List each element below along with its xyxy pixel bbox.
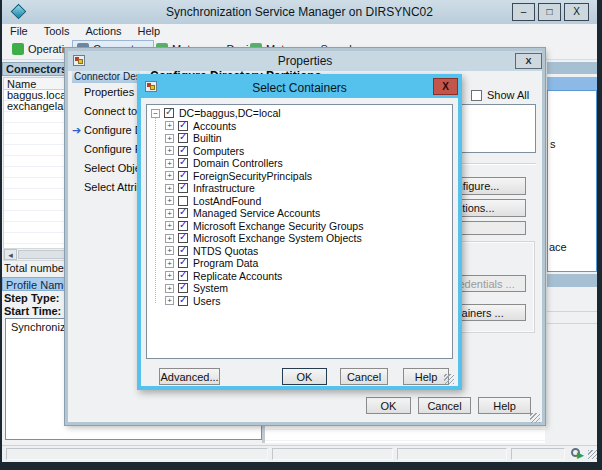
menu-actions[interactable]: Actions (77, 24, 129, 38)
properties-close-icon[interactable]: X (515, 53, 542, 69)
tree-checkbox[interactable]: ✓ (178, 121, 188, 131)
properties-help-button[interactable]: Help (478, 397, 531, 414)
expand-icon[interactable]: + (165, 146, 174, 155)
expand-icon[interactable]: + (165, 221, 174, 230)
expand-icon[interactable]: + (165, 159, 174, 168)
expand-icon[interactable]: + (165, 284, 174, 293)
nav-item-configure-directory-partitions[interactable]: ➔Configure Directory Partitions (72, 121, 140, 140)
minimize-button[interactable]: – (512, 3, 535, 21)
menu-help[interactable]: Help (130, 24, 169, 38)
tree-row-ntds-quotas[interactable]: +✓NTDS Quotas (147, 245, 452, 258)
expand-icon[interactable]: + (165, 209, 174, 218)
nav-item-properties[interactable]: Properties (72, 83, 140, 102)
expand-icon[interactable]: + (165, 171, 174, 180)
tree-row-system[interactable]: +✓System (147, 282, 452, 295)
tree-checkbox[interactable]: ✓ (164, 108, 174, 118)
select-containers-close-icon[interactable]: X (433, 78, 458, 95)
ok-button[interactable]: OK (282, 368, 327, 385)
actions-pane[interactable]: s ace (547, 90, 597, 272)
expand-icon[interactable]: + (165, 259, 174, 268)
connector-designer-header: Connector Designer (72, 71, 140, 83)
connector-designer-nav: Connector Designer PropertiesConnect to … (72, 71, 140, 421)
actions-pane-text-fragment: ace (549, 241, 567, 253)
collapse-icon[interactable]: − (151, 109, 160, 118)
start-time-label: Start Time: (4, 305, 61, 317)
maximize-button[interactable]: □ (538, 3, 561, 21)
tree-row-microsoft-exchange-system-objects[interactable]: +✓Microsoft Exchange System Objects (147, 232, 452, 245)
tree-row-dc-baggus-dc-local[interactable]: −✓DC=baggus,DC=local (147, 107, 452, 120)
tree-checkbox[interactable]: ✓ (178, 296, 188, 306)
tree-row-domain-controllers[interactable]: +✓Domain Controllers (147, 157, 452, 170)
tree-checkbox[interactable]: ✓ (178, 221, 188, 231)
tree-label: Domain Controllers (193, 157, 283, 169)
expand-icon[interactable]: + (165, 121, 174, 130)
nav-item-configure-provisioning-hierarchy[interactable]: Configure Provisioning Hierarchy (72, 140, 140, 159)
tree-label: Microsoft Exchange System Objects (193, 232, 362, 244)
tree-checkbox[interactable]: ✓ (178, 283, 188, 293)
expand-icon[interactable]: + (165, 196, 174, 205)
tree-label: LostAndFound (193, 195, 261, 207)
window-resize-grip[interactable] (588, 450, 597, 459)
show-all-checkbox[interactable] (471, 90, 482, 101)
containers-tree[interactable]: −✓DC=baggus,DC=local+✓Accounts+✓Builtin+… (146, 104, 453, 359)
tree-row-builtin[interactable]: +✓Builtin (147, 132, 452, 145)
properties-dialog-title-bar[interactable]: Properties (68, 51, 542, 71)
tree-row-foreignsecurityprincipals[interactable]: +✓ForeignSecurityPrincipals (147, 170, 452, 183)
cancel-button[interactable]: Cancel (340, 368, 388, 385)
check-icon: ✓ (179, 281, 187, 292)
tree-checkbox[interactable]: ✓ (178, 233, 188, 243)
tree-row-accounts[interactable]: +✓Accounts (147, 120, 452, 133)
tree-label: Computers (193, 145, 244, 157)
nav-item-select-object-types[interactable]: Select Object Types (72, 159, 140, 178)
status-panel-3 (397, 448, 507, 460)
expand-icon[interactable]: + (165, 184, 174, 193)
scroll-left-arrow-icon[interactable]: ◂ (4, 249, 17, 260)
select-containers-resize-grip[interactable] (444, 374, 454, 384)
check-icon: ✓ (179, 131, 187, 142)
expand-icon[interactable]: + (165, 296, 174, 305)
tree-checkbox[interactable]: ✓ (178, 246, 188, 256)
tree-checkbox[interactable] (178, 196, 188, 206)
screen: Synchronization Service Manager on DIRSY… (0, 0, 602, 470)
menu-file[interactable]: File (2, 24, 36, 38)
tree-label: ForeignSecurityPrincipals (193, 170, 312, 182)
tree-row-program-data[interactable]: +✓Program Data (147, 257, 452, 270)
tree-row-managed-service-accounts[interactable]: +✓Managed Service Accounts (147, 207, 452, 220)
advanced-button[interactable]: Advanced... (159, 368, 220, 385)
properties-resize-grip[interactable] (530, 413, 540, 423)
properties-ok-button[interactable]: OK (366, 397, 411, 414)
menu-tools[interactable]: Tools (36, 24, 78, 38)
tree-checkbox[interactable]: ✓ (178, 133, 188, 143)
tree-checkbox[interactable]: ✓ (178, 258, 188, 268)
tree-checkbox[interactable]: ✓ (178, 183, 188, 193)
tree-checkbox[interactable]: ✓ (178, 208, 188, 218)
tree-row-infrastructure[interactable]: +✓Infrastructure (147, 182, 452, 195)
tree-row-users[interactable]: +✓Users (147, 295, 452, 308)
tree-checkbox[interactable]: ✓ (178, 158, 188, 168)
expand-icon[interactable]: + (165, 271, 174, 280)
tree-label: Microsoft Exchange Security Groups (193, 220, 363, 232)
tree-row-replicate-accounts[interactable]: +✓Replicate Accounts (147, 270, 452, 283)
right-pane-selected-bar (547, 77, 597, 90)
tree-checkbox[interactable]: ✓ (178, 271, 188, 281)
step-type-label: Step Type: (4, 292, 59, 304)
tree-label: Builtin (193, 132, 222, 144)
expand-icon[interactable]: + (165, 234, 174, 243)
check-icon: ✓ (179, 156, 187, 167)
help-button[interactable]: Help (403, 368, 449, 385)
select-containers-title: Select Containers (141, 81, 458, 95)
tree-checkbox[interactable]: ✓ (178, 171, 188, 181)
nav-item-connect-to-active-directory-forest[interactable]: Connect to Active Directory Forest (72, 102, 140, 121)
check-icon: ✓ (179, 181, 187, 192)
tree-checkbox[interactable]: ✓ (178, 146, 188, 156)
tree-row-computers[interactable]: +✓Computers (147, 145, 452, 158)
window-title: Synchronization Service Manager on DIRSY… (2, 5, 597, 19)
nav-item-select-attributes[interactable]: Select Attributes (72, 178, 140, 197)
expand-icon[interactable]: + (165, 134, 174, 143)
tree-row-microsoft-exchange-security-groups[interactable]: +✓Microsoft Exchange Security Groups (147, 220, 452, 233)
expand-icon[interactable]: + (165, 246, 174, 255)
tree-row-lostandfound[interactable]: +LostAndFound (147, 195, 452, 208)
connector-status-icon: ▶ (571, 448, 585, 460)
close-button[interactable]: X (564, 3, 589, 21)
properties-cancel-button[interactable]: Cancel (418, 397, 471, 414)
